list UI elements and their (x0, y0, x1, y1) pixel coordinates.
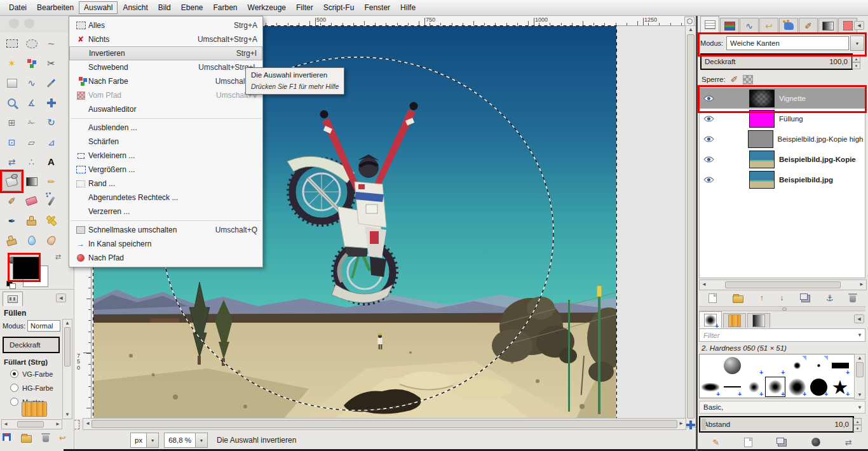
menu-item-vergröern[interactable]: Vergrößern ... (69, 163, 262, 177)
reset-options-icon[interactable]: ↩ (59, 433, 66, 443)
tool-rotate[interactable]: ↻ (41, 112, 61, 132)
dock-splitter[interactable] (699, 306, 865, 311)
tool-fuzzy-select[interactable]: ✶ (2, 53, 22, 73)
tool-heal[interactable] (41, 211, 61, 231)
menu-item-verzerren[interactable]: Verzerren ... (69, 205, 262, 219)
menu-farben[interactable]: Farben (208, 1, 243, 14)
tool-scissors-select[interactable]: ✂ (41, 53, 61, 73)
tool-options-tab[interactable] (3, 292, 23, 306)
new-group-icon[interactable] (733, 295, 743, 303)
tool-scale[interactable]: ⊡ (2, 132, 22, 152)
tool-crop[interactable]: ✁ (22, 112, 41, 132)
tool-shear[interactable]: ▱ (22, 132, 41, 152)
tool-free-select[interactable]: ~ (41, 34, 61, 53)
menu-item-schärfen[interactable]: Schärfen (69, 135, 262, 149)
visibility-eye-icon[interactable] (703, 176, 716, 184)
menu-bearbeiten[interactable]: Bearbeiten (32, 1, 79, 14)
refresh-brushes-icon[interactable]: ⇄ (845, 438, 852, 447)
brush-cell-1-4[interactable]: + (786, 376, 808, 398)
tool-airbrush[interactable] (41, 191, 61, 211)
dock-history-tab[interactable]: ↩ (759, 18, 778, 33)
tool-ellipse-select[interactable] (22, 34, 41, 53)
menu-item-invertieren[interactable]: InvertierenStrg+I (69, 46, 262, 60)
tool-rectangle-select[interactable] (2, 34, 22, 53)
zoom-fit-button[interactable] (684, 17, 695, 26)
layer-thumbnail[interactable] (748, 130, 773, 148)
layer-mode-select[interactable]: Weiche Kanten (726, 36, 849, 50)
menu-item-abgerundetesrechteck[interactable]: Abgerundetes Rechteck ... (69, 191, 262, 205)
collapse-left-icon[interactable]: ◄ (854, 21, 864, 30)
chevron-down-icon[interactable]: ▼ (195, 433, 207, 447)
tool-perspective-clone[interactable] (2, 231, 22, 250)
visibility-eye-icon[interactable] (703, 115, 716, 123)
save-options-icon[interactable] (3, 433, 11, 441)
tool-select-by-color[interactable] (22, 53, 41, 73)
tab-brushes[interactable] (699, 311, 722, 328)
new-brush-icon[interactable] (744, 438, 752, 447)
lock-pixels-icon[interactable]: ✐ (731, 74, 738, 84)
menu-item-inkanalspeichern[interactable]: →In Kanal speichern (69, 237, 262, 251)
tool-move[interactable] (41, 93, 61, 112)
default-colors-icon[interactable] (6, 281, 15, 288)
swap-colors-icon[interactable]: ⇄ (55, 253, 61, 261)
lower-layer-icon[interactable]: ↓ (780, 293, 783, 302)
spin-up-icon[interactable]: ▲ (852, 55, 860, 62)
layer-opacity-slider[interactable]: Deckkraft 100,0 ▲▼ (700, 53, 853, 70)
new-layer-icon[interactable] (709, 293, 717, 303)
fill-mode-select[interactable]: Normal (27, 320, 60, 332)
brush-cell-0-3[interactable]: + (764, 354, 786, 376)
dock-channels-tab[interactable] (720, 18, 739, 33)
unit-select[interactable]: px ▼ (130, 433, 159, 448)
spin-down-icon[interactable]: ▼ (852, 62, 860, 69)
chevron-down-icon[interactable]: ▼ (146, 433, 158, 447)
delete-brush-icon[interactable] (811, 438, 820, 447)
tool-cage-transform[interactable]: ∴ (22, 152, 41, 172)
restore-options-icon[interactable] (21, 435, 32, 443)
duplicate-brush-icon[interactable] (776, 438, 784, 444)
tool-eraser[interactable] (22, 191, 41, 211)
tab-gradients[interactable] (747, 313, 770, 328)
brush-cell-0-5[interactable] (808, 354, 829, 376)
visibility-eye-icon[interactable] (703, 95, 716, 102)
layer-thumbnail[interactable] (749, 171, 775, 189)
menu-datei[interactable]: Datei (4, 1, 32, 14)
layer-thumbnail[interactable] (749, 151, 775, 168)
menu-bild[interactable]: Bild (153, 1, 176, 14)
tool-foreground-select[interactable] (2, 73, 22, 93)
chevron-down-icon[interactable]: ▼ (855, 332, 865, 338)
brush-cell-1-3[interactable]: + (764, 376, 786, 398)
tool-blur-sharpen[interactable] (22, 231, 41, 250)
menu-item-nachfarbe[interactable]: Nach FarbeUmschalt+O (69, 74, 262, 88)
tool-paintbrush[interactable]: ✐ (2, 191, 22, 211)
brush-cell-1-1[interactable]: + (721, 376, 743, 398)
layer-row-beispielbild-jpg[interactable]: Beispielbild.jpg (700, 170, 865, 190)
dock-pointer-tab[interactable] (779, 18, 798, 33)
tool-clone[interactable] (22, 211, 41, 231)
edit-brush-icon[interactable]: ✎ (712, 438, 719, 447)
brush-cell-0-6[interactable]: + (829, 354, 851, 376)
tool-blend[interactable] (22, 172, 41, 191)
brush-cell-1-5[interactable]: + (808, 376, 829, 398)
menu-werkzeuge[interactable]: Werkzeuge (243, 1, 291, 14)
visibility-eye-icon[interactable] (703, 156, 716, 163)
zoom-select[interactable]: 68,8 % ▼ (164, 433, 208, 448)
menu-item-schnellmaskeumschalten[interactable]: Schnellmaske umschaltenUmschalt+Q (69, 223, 262, 237)
brush-cell-1-0[interactable]: + (700, 376, 721, 398)
tool-ink[interactable]: ✒ (2, 211, 22, 231)
pattern-swatch[interactable] (22, 401, 47, 417)
menu-item-auswahleditor[interactable]: Auswahleditor (69, 102, 262, 116)
brush-filter-input[interactable]: Filter (700, 332, 855, 339)
lock-alpha-icon[interactable] (743, 75, 753, 84)
tool-flip[interactable]: ⇄ (2, 152, 22, 172)
tool-smudge[interactable] (41, 231, 61, 250)
brush-cell-0-4[interactable] (786, 354, 808, 376)
layer-thumbnail[interactable] (749, 110, 775, 128)
menu-filter[interactable]: Filter (291, 1, 318, 14)
tool-perspective[interactable]: ⊿ (41, 132, 61, 152)
tool-pencil[interactable]: ✏ (41, 172, 61, 191)
menu-item-schwebend[interactable]: SchwebendUmschalt+Strg+L (69, 60, 262, 74)
brush-cell-1-6[interactable]: ★+ (829, 376, 851, 398)
dock-paths-tab[interactable]: ∿ (740, 18, 759, 33)
dock-layers-tab[interactable] (700, 16, 719, 33)
tool-text[interactable]: A (41, 152, 61, 172)
